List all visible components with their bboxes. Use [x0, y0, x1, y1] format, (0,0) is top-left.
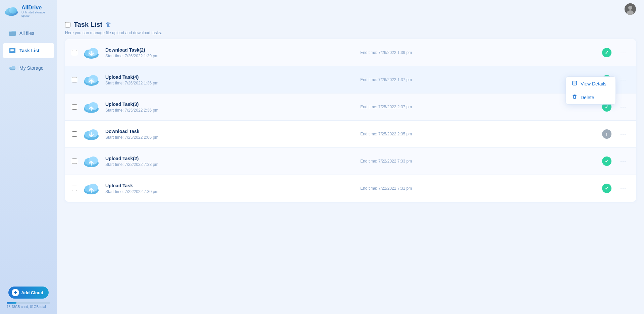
- select-all-checkbox[interactable]: [65, 22, 70, 27]
- status-success-icon: ✓: [602, 156, 611, 166]
- row-checkbox-t5[interactable]: [72, 159, 77, 164]
- task-info-t6: Upload Task Start time: 7/22/2022 7:30 p…: [105, 183, 341, 194]
- app-tagline: Unlimited storage space: [21, 11, 52, 17]
- table-row: Upload Task(3) Start time: 7/25/2022 2:3…: [65, 93, 636, 121]
- status-success-icon: ✓: [602, 184, 611, 193]
- task-more-button-t4[interactable]: ···: [617, 131, 629, 138]
- view-details-label: View Details: [581, 81, 606, 86]
- task-name-t1: Download Task(2): [105, 47, 341, 53]
- storage-usage-text: 18.48GB used, 81GB total: [7, 305, 50, 309]
- delete-all-icon[interactable]: 🗑: [106, 21, 112, 28]
- sidebar: AllDrive Unlimited storage space All fil…: [0, 0, 57, 314]
- upload-task-icon: [83, 98, 100, 116]
- cloud-storage-icon: [9, 64, 16, 72]
- task-more-button-t3[interactable]: ···: [617, 104, 629, 111]
- app-logo-icon: [4, 5, 19, 17]
- app-name: AllDrive: [21, 5, 52, 11]
- row-checkbox-t6[interactable]: [72, 186, 77, 191]
- task-name-t4: Download Task: [105, 129, 341, 134]
- sidebar-label-all-files: All files: [19, 30, 34, 36]
- storage-bar-fill: [7, 302, 16, 304]
- svg-rect-5: [10, 49, 14, 50]
- task-start-t3: Start time: 7/25/2022 2:36 pm: [105, 108, 341, 113]
- task-info-t5: Upload Task(2) Start time: 7/22/2022 7:3…: [105, 156, 341, 167]
- task-end-t1: End time: 7/26/2022 1:39 pm: [347, 50, 596, 55]
- task-name-t6: Upload Task: [105, 183, 341, 188]
- svg-rect-7: [10, 52, 13, 52]
- task-name-t3: Upload Task(3): [105, 102, 341, 107]
- svg-point-2: [9, 7, 17, 14]
- page-subtitle: Here you can manage file upload and down…: [65, 30, 636, 39]
- task-info-t2: Upload Task(4) Start time: 7/26/2022 1:3…: [105, 74, 341, 85]
- task-info-t4: Download Task Start time: 7/25/2022 2:06…: [105, 129, 341, 140]
- status-warning-icon: !: [602, 129, 611, 139]
- sidebar-nav: All files Task List: [0, 22, 57, 79]
- add-cloud-label: Add Cloud: [21, 290, 43, 295]
- task-info-t1: Download Task(2) Start time: 7/26/2022 1…: [105, 47, 341, 58]
- storage-bar-background: [7, 302, 50, 304]
- task-status-t4: !: [602, 129, 612, 139]
- logo-area: AllDrive Unlimited storage space: [0, 0, 57, 22]
- task-start-t6: Start time: 7/22/2022 7:30 pm: [105, 189, 341, 194]
- table-row: Upload Task(2) Start time: 7/22/2022 7:3…: [65, 148, 636, 175]
- topbar: [57, 0, 644, 18]
- page-title: Task List: [74, 21, 102, 28]
- context-menu: View Details Delete: [566, 76, 616, 105]
- table-row: Download Task(2) Start time: 7/26/2022 1…: [65, 39, 636, 66]
- task-more-button-t5[interactable]: ···: [617, 158, 629, 165]
- table-row: Upload Task Start time: 7/22/2022 7:30 p…: [65, 175, 636, 202]
- upload-task-icon: [83, 71, 100, 88]
- task-status-t1: ✓: [602, 48, 612, 57]
- download-task-icon: [83, 44, 100, 61]
- row-checkbox-t4[interactable]: [72, 131, 77, 137]
- table-row: Download Task Start time: 7/25/2022 2:06…: [65, 121, 636, 148]
- row-checkbox-t3[interactable]: [72, 104, 77, 110]
- folder-icon: [9, 29, 16, 37]
- task-more-button-t1[interactable]: ···: [617, 49, 629, 56]
- view-details-icon: [572, 80, 577, 87]
- task-end-t2: End time: 7/26/2022 1:37 pm: [347, 77, 596, 82]
- task-start-t4: Start time: 7/25/2022 2:06 pm: [105, 135, 341, 140]
- upload-task-icon: [83, 180, 100, 197]
- svg-rect-26: [574, 96, 576, 99]
- task-start-t1: Start time: 7/26/2022 1:39 pm: [105, 54, 341, 58]
- delete-menu-icon: [572, 94, 577, 101]
- row-checkbox-t2[interactable]: [72, 77, 77, 82]
- sidebar-item-my-storage[interactable]: My Storage: [3, 60, 54, 76]
- svg-rect-6: [10, 50, 14, 51]
- svg-point-12: [628, 6, 632, 10]
- sidebar-item-task-list[interactable]: Task List: [3, 43, 54, 58]
- row-checkbox-t1[interactable]: [72, 50, 77, 55]
- svg-point-10: [11, 66, 15, 69]
- task-name-t2: Upload Task(4): [105, 74, 341, 80]
- table-row: Upload Task(4) Start time: 7/26/2022 1:3…: [65, 66, 636, 93]
- task-more-button-t2[interactable]: ···: [617, 76, 629, 83]
- task-more-button-t6[interactable]: ···: [617, 185, 629, 192]
- task-status-t6: ✓: [602, 184, 612, 193]
- context-menu-delete[interactable]: Delete: [566, 90, 615, 104]
- task-list-icon: [9, 47, 16, 54]
- task-info-t3: Upload Task(3) Start time: 7/25/2022 2:3…: [105, 102, 341, 113]
- plus-icon: +: [12, 289, 19, 296]
- user-avatar[interactable]: [625, 3, 636, 15]
- task-end-t4: End time: 7/25/2022 2:35 pm: [347, 132, 596, 136]
- upload-task-icon: [83, 152, 100, 170]
- sidebar-bottom: + Add Cloud 18.48GB used, 81GB total: [0, 281, 57, 314]
- download-task-icon: [83, 125, 100, 143]
- task-start-t5: Start time: 7/22/2022 7:33 pm: [105, 162, 341, 167]
- status-success-icon: ✓: [602, 48, 611, 57]
- task-name-t5: Upload Task(2): [105, 156, 341, 161]
- context-menu-view-details[interactable]: View Details: [566, 77, 615, 90]
- task-start-t2: Start time: 7/26/2022 1:36 pm: [105, 81, 341, 85]
- sidebar-label-my-storage: My Storage: [19, 65, 44, 71]
- task-status-t5: ✓: [602, 156, 612, 166]
- task-end-t5: End time: 7/22/2022 7:33 pm: [347, 159, 596, 164]
- add-cloud-button[interactable]: + Add Cloud: [8, 287, 49, 299]
- storage-bar-container: 18.48GB used, 81GB total: [5, 302, 52, 309]
- task-end-t6: End time: 7/22/2022 7:31 pm: [347, 186, 596, 191]
- svg-point-34: [89, 129, 98, 137]
- page-content: Task List 🗑 Here you can manage file upl…: [57, 18, 644, 314]
- sidebar-label-task-list: Task List: [19, 48, 40, 53]
- logo-text: AllDrive Unlimited storage space: [21, 5, 52, 17]
- sidebar-item-all-files[interactable]: All files: [3, 25, 54, 41]
